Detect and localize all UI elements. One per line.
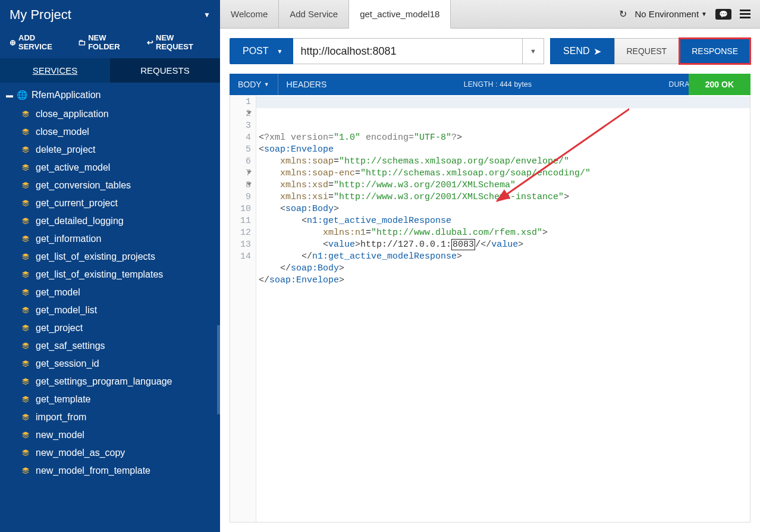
layers-icon [21, 324, 30, 332]
layers-icon [21, 110, 30, 118]
layers-icon [21, 128, 30, 136]
tab[interactable]: get_active_model18 [349, 0, 451, 29]
tree-item[interactable]: get_list_of_existing_projects [21, 248, 220, 266]
send-button[interactable]: SEND ➤ [550, 38, 614, 64]
tree-item[interactable]: close_model [21, 123, 220, 141]
tab[interactable]: Welcome [220, 0, 279, 28]
response-view-button[interactable]: RESPONSE [679, 38, 750, 64]
layers-icon [21, 449, 30, 457]
tree-item[interactable]: get_model [21, 284, 220, 301]
sidebar: My Project ▼ ⊕ ADD SERVICE 🗀 NEW FOLDER … [0, 0, 220, 532]
layers-icon [21, 306, 30, 314]
services-tree: ▬ 🌐 RfemApplication close_applicationclo… [0, 83, 220, 532]
send-arrow-icon: ➤ [593, 46, 601, 57]
topbar-right: ↻ No Environment ▼ 💬 [610, 0, 760, 28]
tree-item[interactable]: get_information [21, 230, 220, 248]
tree-item[interactable]: get_template [21, 391, 220, 408]
status-badge: 200 OK [689, 74, 750, 95]
url-input[interactable]: http://localhost:8081 [293, 38, 523, 64]
tree-item-label: get_current_project [36, 198, 118, 209]
environment-label: No Environment [635, 9, 699, 19]
method-label: POST [243, 46, 269, 56]
chevron-down-icon: ▼ [277, 48, 283, 55]
add-service-label: ADD SERVICE [18, 33, 68, 51]
layers-icon [21, 395, 30, 404]
url-history-dropdown[interactable]: ▼ [523, 38, 544, 64]
tree-item-label: get_list_of_existing_projects [36, 251, 155, 262]
add-service-button[interactable]: ⊕ ADD SERVICE [10, 33, 68, 51]
new-request-button[interactable]: ↩ NEW REQUEST [147, 33, 211, 51]
tree-root[interactable]: ▬ 🌐 RfemApplication [0, 87, 220, 103]
layers-icon [21, 163, 30, 172]
layers-icon [21, 342, 30, 350]
sidebar-tabs: SERVICES REQUESTS [0, 58, 220, 83]
tree-item-label: get_active_model [36, 162, 110, 173]
minus-icon: ▬ [6, 91, 13, 99]
layers-icon [21, 270, 30, 279]
chat-icon[interactable]: 💬 [715, 9, 731, 20]
plus-icon: ⊕ [10, 38, 16, 47]
sidebar-actions: ⊕ ADD SERVICE 🗀 NEW FOLDER ↩ NEW REQUEST [0, 33, 220, 58]
layers-icon [21, 467, 30, 475]
tree-item-label: get_conversion_tables [36, 180, 131, 191]
send-label: SEND [563, 46, 589, 56]
tree-item[interactable]: get_conversion_tables [21, 177, 220, 194]
refresh-icon[interactable]: ↻ [619, 8, 627, 20]
tree-item[interactable]: get_settings_program_language [21, 373, 220, 391]
tree-item-label: get_model [36, 287, 80, 298]
tree-item-label: get_template [36, 394, 91, 405]
request-response-toggle: REQUEST RESPONSE [614, 38, 751, 64]
tab[interactable]: Add Service [279, 0, 349, 28]
tree-item[interactable]: get_active_model [21, 159, 220, 177]
layers-icon [21, 431, 30, 439]
layers-icon [21, 199, 30, 207]
sidebar-tab-services[interactable]: SERVICES [0, 58, 110, 83]
tree-item[interactable]: delete_project [21, 141, 220, 159]
tree-item[interactable]: get_detailed_logging [21, 212, 220, 230]
method-dropdown[interactable]: POST ▼ [230, 38, 293, 64]
environment-dropdown[interactable]: No Environment ▼ [635, 9, 707, 19]
layers-icon [21, 235, 30, 243]
line-gutter: 1234567891011121314 [230, 95, 256, 522]
tree-item-label: get_session_id [36, 358, 99, 369]
project-header[interactable]: My Project ▼ [0, 0, 220, 33]
tree-item-label: get_detailed_logging [36, 216, 124, 226]
request-icon: ↩ [147, 38, 153, 47]
layers-icon [21, 146, 30, 154]
tree-item[interactable]: get_current_project [21, 194, 220, 212]
code-area[interactable]: <?xml version="1.0" encoding="UTF-8"?> <… [256, 95, 750, 522]
main-panel: WelcomeAdd Serviceget_active_model18 ↻ N… [220, 0, 760, 532]
tree-item[interactable]: get_model_list [21, 301, 220, 319]
tree-item[interactable]: close_application [21, 105, 220, 123]
tree-item[interactable]: get_session_id [21, 355, 220, 373]
layers-icon [21, 413, 30, 421]
tree-item-label: get_list_of_existing_templates [36, 269, 163, 280]
tree-item[interactable]: new_model [21, 426, 220, 444]
request-view-button[interactable]: REQUEST [614, 38, 680, 64]
sidebar-tab-requests[interactable]: REQUESTS [110, 58, 220, 83]
active-line-highlight [256, 96, 750, 108]
tree-item[interactable]: import_from [21, 408, 220, 426]
tree-item[interactable]: new_model_from_template [21, 462, 220, 480]
tree-item[interactable]: new_model_as_copy [21, 444, 220, 462]
tree-root-label: RfemApplication [32, 90, 101, 100]
scrollbar-thumb[interactable] [217, 325, 220, 414]
folder-icon: 🗀 [78, 38, 86, 47]
headers-tab[interactable]: HEADERS [278, 80, 335, 89]
body-tab[interactable]: BODY ▼ [230, 80, 278, 89]
tree-item-label: get_model_list [36, 305, 97, 316]
body-tab-label: BODY [238, 80, 262, 89]
new-request-label: NEW REQUEST [156, 33, 211, 51]
tree-item-label: import_from [36, 412, 86, 423]
layers-icon [21, 181, 30, 190]
tree-item[interactable]: get_project [21, 319, 220, 337]
menu-icon[interactable] [740, 10, 750, 18]
project-title: My Project [10, 7, 71, 23]
tree-item-label: close_application [36, 109, 109, 119]
new-folder-button[interactable]: 🗀 NEW FOLDER [78, 33, 137, 51]
tree-item[interactable]: get_list_of_existing_templates [21, 266, 220, 284]
tree-item-label: new_model [36, 430, 84, 440]
response-info-bar: BODY ▼ HEADERS LENGTH : 444 bytes DURATI… [230, 74, 750, 95]
chevron-down-icon: ▼ [264, 81, 269, 87]
tree-item[interactable]: get_saf_settings [21, 337, 220, 355]
